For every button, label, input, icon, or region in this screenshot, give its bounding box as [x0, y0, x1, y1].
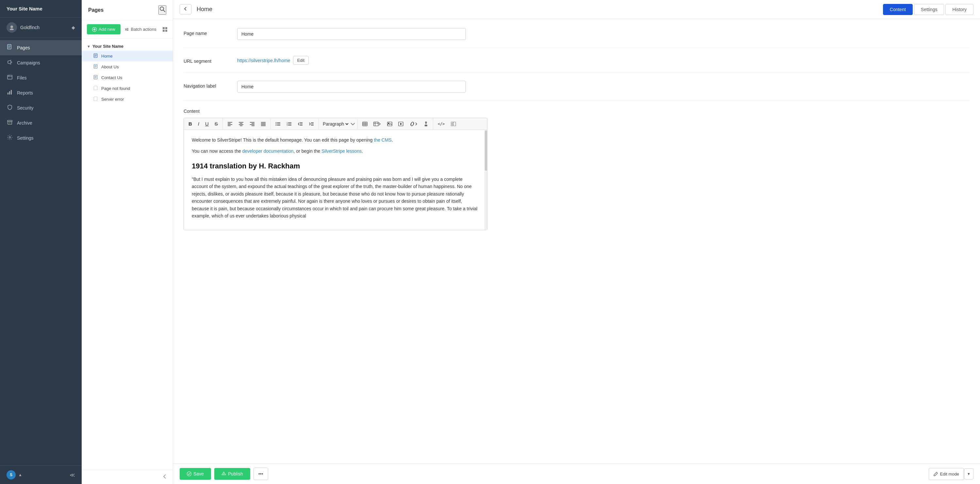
tree-item-home-label: Home [101, 54, 113, 59]
save-label: Save [193, 471, 204, 476]
files-icon [6, 74, 13, 81]
tree-item-404-icon [94, 85, 99, 91]
rte-scrollbar[interactable] [484, 130, 487, 230]
tree-site-root[interactable]: ▼ Your Site Name [82, 42, 173, 51]
sidebar-item-settings-label: Settings [17, 136, 33, 141]
rte-insert-image-btn[interactable] [385, 120, 395, 128]
rte-ul-btn[interactable] [273, 120, 283, 128]
rte-align-center-btn[interactable] [236, 120, 246, 128]
tree-item-about-label: About Us [101, 64, 119, 69]
form-row-content: Content B I U S [184, 109, 970, 238]
rte-insert-link-btn[interactable] [407, 120, 420, 128]
rte-indent-btn[interactable] [306, 120, 317, 128]
back-button[interactable] [180, 4, 191, 14]
dev-docs-link[interactable]: developer documentation [242, 149, 293, 154]
nav-label-input[interactable] [237, 81, 466, 93]
tree-item-page-not-found[interactable]: Page not found [82, 83, 173, 94]
sidebar-footer: S ▲ ≪ [0, 465, 82, 484]
sidebar-item-reports[interactable]: Reports [0, 85, 82, 101]
tab-history[interactable]: History [945, 4, 974, 15]
rte-style-select-wrap: Paragraph Heading 1 Heading 2 Heading 3 [319, 119, 358, 129]
publish-button[interactable]: Publish [214, 468, 250, 480]
sidebar-item-archive[interactable]: Archive [0, 115, 82, 131]
site-name: Your Site Name [0, 0, 82, 18]
save-button[interactable]: Save [180, 468, 211, 480]
batch-actions-button[interactable]: Batch actions [124, 27, 156, 32]
svg-rect-83 [387, 122, 392, 126]
sidebar-item-campaigns[interactable]: Campaigns [0, 55, 82, 70]
page-name-input[interactable] [237, 28, 466, 40]
user-row[interactable]: Goldfinch ◆ [0, 18, 82, 38]
sidebar-item-archive-label: Archive [17, 120, 32, 126]
sidebar-item-settings[interactable]: Settings [0, 131, 82, 145]
sidebar-collapse-btn[interactable]: ≪ [70, 472, 75, 478]
publish-label: Publish [228, 471, 243, 476]
svg-rect-26 [165, 30, 167, 32]
page-name-control [237, 28, 970, 40]
svg-point-92 [187, 472, 191, 476]
lessons-link[interactable]: SilverStripe lessons [321, 149, 362, 154]
tree-item-about-us[interactable]: About Us [82, 61, 173, 72]
sidebar-item-reports-label: Reports [17, 90, 33, 96]
rte-bold-btn[interactable]: B [186, 119, 195, 128]
rte-style-select[interactable]: Paragraph Heading 1 Heading 2 Heading 3 [321, 120, 350, 128]
rte-outdent-btn[interactable] [295, 120, 305, 128]
rte-insert-table2-btn[interactable] [371, 120, 384, 128]
form-row-page-name: Page name [184, 28, 970, 48]
rte-align-left-btn[interactable] [225, 120, 235, 128]
tree-item-home[interactable]: Home [82, 51, 173, 61]
rte-insert-table-btn[interactable] [360, 120, 370, 128]
rte-italic-btn[interactable]: I [195, 119, 202, 128]
svg-line-16 [163, 10, 165, 12]
tree-arrow-icon: ▼ [87, 45, 91, 48]
pages-tree: ▼ Your Site Name Home About Us Contact U… [82, 38, 173, 470]
tree-item-contact-us[interactable]: Contact Us [82, 72, 173, 83]
rte-ol-btn[interactable]: 1.2.3. [284, 120, 294, 128]
tree-item-server-error[interactable]: Server error [82, 94, 173, 105]
nav-label-control [237, 81, 970, 93]
svg-rect-91 [453, 122, 456, 126]
pages-toolbar: Add new Batch actions [82, 20, 173, 38]
sidebar-item-files[interactable]: Files [0, 70, 82, 85]
add-new-button[interactable]: Add new [87, 24, 121, 34]
tab-content[interactable]: Content [883, 4, 913, 15]
svg-rect-75 [363, 122, 367, 126]
rte-heading: 1914 translation by H. Rackham [192, 160, 479, 172]
svg-point-15 [160, 7, 164, 10]
pages-panel-collapse-btn[interactable] [82, 470, 173, 484]
bottom-bar: Save Publish ••• Edit mode ▼ [173, 463, 980, 484]
rte-content-area[interactable]: Welcome to SilverStripe! This is the def… [184, 130, 487, 230]
cms-link[interactable]: the CMS [374, 137, 392, 142]
rte-anchor-btn[interactable] [421, 120, 431, 128]
user-settings-icon: ◆ [72, 25, 75, 30]
sidebar-item-security[interactable]: Security [0, 101, 82, 115]
rte-strikethrough-btn[interactable]: S [212, 119, 221, 128]
sidebar-item-pages[interactable]: Pages [0, 40, 82, 55]
sidebar: Your Site Name Goldfinch ◆ Pages Campaig… [0, 0, 82, 484]
more-actions-button[interactable]: ••• [253, 468, 268, 480]
tree-site-root-label: Your Site Name [92, 44, 124, 49]
rte-align-right-btn[interactable] [247, 120, 258, 128]
rte-insert-group [358, 118, 433, 129]
rte-align-group [223, 119, 271, 129]
rte-align-justify-btn[interactable] [258, 120, 269, 128]
tab-settings[interactable]: Settings [914, 4, 944, 15]
svg-rect-23 [163, 27, 165, 29]
edit-mode-dropdown-btn[interactable]: ▼ [964, 468, 974, 479]
rte-select-all-btn[interactable] [448, 120, 459, 128]
rte-html-btn[interactable]: </> [435, 120, 447, 128]
svg-rect-9 [9, 91, 10, 94]
reports-icon [6, 89, 13, 96]
url-edit-button[interactable]: Edit [293, 56, 309, 65]
pages-search-btn[interactable] [158, 5, 166, 15]
sidebar-item-files-label: Files [17, 75, 27, 80]
url-link[interactable]: https://silverstripe.lh/home [237, 58, 290, 63]
form-row-nav-label: Navigation label [184, 81, 970, 101]
rte-underline-btn[interactable]: U [202, 119, 212, 128]
rte-insert-media-btn[interactable] [396, 120, 406, 128]
svg-text:3.: 3. [286, 124, 288, 126]
add-new-label: Add new [99, 27, 115, 32]
pages-view-toggle[interactable] [162, 27, 167, 32]
edit-mode-button[interactable]: Edit mode [929, 468, 964, 480]
svg-rect-25 [163, 30, 165, 32]
